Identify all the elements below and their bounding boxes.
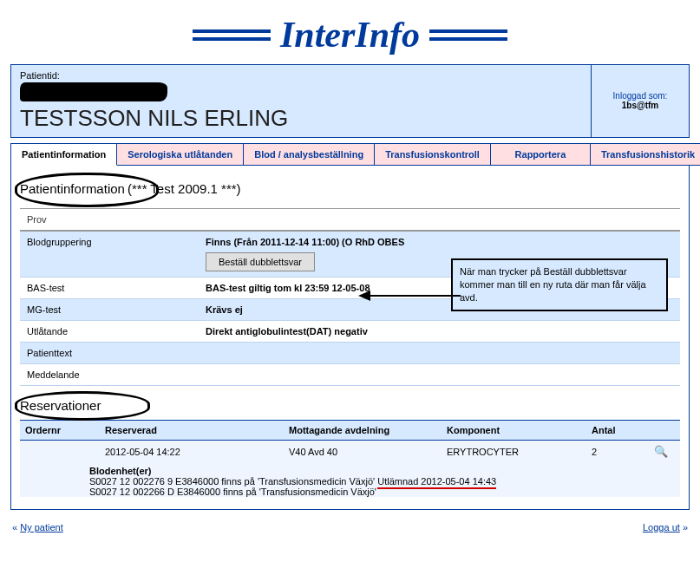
patient-header: Patientid: TESTSSON NILS ERLING Inloggad… (10, 64, 690, 138)
row-meddelande-label: Meddelande (20, 364, 680, 386)
new-patient-link[interactable]: Ny patient (20, 522, 63, 532)
row-utlatande-label: Utlåtande (20, 321, 199, 343)
blood-unit-status: Utlämnad 2012-05-04 14:43 (377, 476, 496, 489)
row-utlatande-value: Direkt antiglobulintest(DAT) negativ (206, 326, 368, 336)
cell-mottagande: V40 Avd 40 (284, 441, 442, 463)
reservations-title: Reservationer (20, 398, 101, 413)
row-blodgruppering-label: Blodgruppering (20, 231, 199, 278)
cell-komponent: ERYTROCYTER (442, 441, 586, 463)
section-version: (*** Test 2009.1 ***) (128, 181, 241, 196)
magnify-icon[interactable]: 🔍 (654, 445, 668, 458)
annotation-note: När man trycker på Beställ dubblettsvar … (451, 258, 668, 311)
row-bas-value: BAS-test giltig tom kl 23:59 12-05-08 (206, 283, 370, 293)
cell-reserverad: 2012-05-04 14:22 (100, 441, 284, 463)
patientid-redacted (20, 82, 167, 101)
tab-transfusionskontroll[interactable]: Transfusionskontroll (375, 143, 491, 166)
section-title: Patientinformation (20, 181, 125, 196)
table-row-units: Blodenhet(er) S0027 12 002276 9 E3846000… (20, 462, 680, 497)
order-duplicate-button[interactable]: Beställ dubblettsvar (206, 252, 315, 271)
tab-bar: Patientinformation Serologiska utlåtande… (10, 143, 690, 166)
blood-units-label: Blodenhet(er) (89, 466, 152, 476)
app-logo: InterInfo (10, 3, 690, 64)
table-row: 2012-05-04 14:22 V40 Avd 40 ERYTROCYTER … (20, 441, 680, 463)
row-patienttext-label: Patienttext (20, 343, 680, 364)
row-mg-label: MG-test (20, 299, 199, 321)
patientid-label: Patientid: (20, 70, 582, 81)
col-antal: Antal (586, 421, 649, 441)
col-order: Ordernr (20, 421, 100, 441)
tab-patientinformation[interactable]: Patientinformation (11, 143, 117, 166)
reservations-table: Ordernr Reserverad Mottagande avdelning … (20, 420, 680, 497)
tab-rapportera[interactable]: Rapportera (491, 143, 591, 166)
row-bas-label: BAS-test (20, 278, 199, 299)
col-komponent: Komponent (442, 421, 586, 441)
patient-name: TESTSSON NILS ERLING (20, 105, 582, 132)
tab-transfusionshistorik[interactable]: Transfusionshistorik (591, 143, 700, 166)
tab-serologiska[interactable]: Serologiska utlåtanden (117, 143, 244, 166)
cell-antal: 2 (586, 441, 649, 463)
col-mottagande: Mottagande avdelning (284, 421, 442, 441)
blood-unit-line: S0027 12 002276 9 E3846000 finns på 'Tra… (89, 476, 377, 487)
row-blodgruppering-value: Finns (Från 2011-12-14 11:00) (O RhD OBE… (206, 237, 404, 247)
login-user: 1bs@tfm (597, 101, 684, 110)
brand-name: InterInfo (273, 14, 427, 56)
tab-blod-analys[interactable]: Blod / analysbeställning (244, 143, 375, 166)
blood-unit-line: S0027 12 002266 D E3846000 finns på 'Tra… (89, 487, 376, 497)
row-mg-value: Krävs ej (206, 304, 243, 315)
logout-link[interactable]: Logga ut (643, 522, 680, 532)
login-label: Inloggad som: (597, 91, 684, 101)
row-prov-label: Prov (20, 209, 680, 232)
col-reserverad: Reserverad (100, 421, 284, 441)
